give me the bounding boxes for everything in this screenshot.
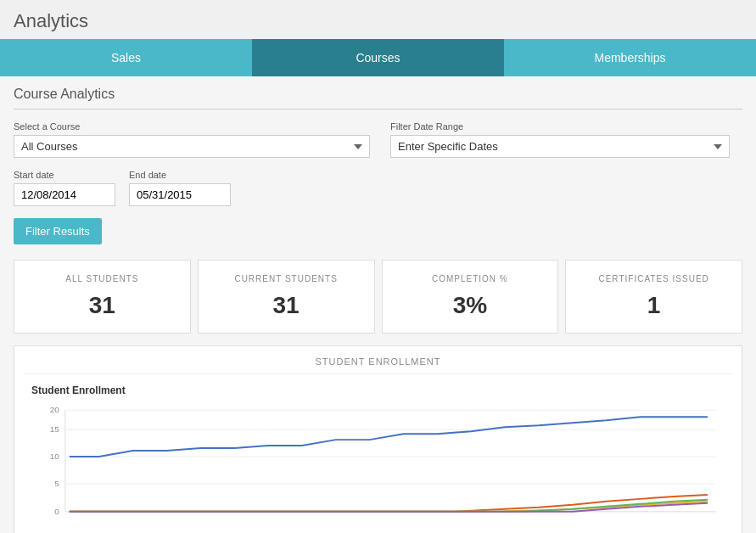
- section-title: Course Analytics: [14, 87, 742, 109]
- stat-card-certificates: CERTIFICATES ISSUED 1: [565, 260, 742, 334]
- page-wrapper: Analytics Sales Courses Memberships Cour…: [0, 0, 756, 533]
- stats-row: ALL STUDENTS 31 CURRENT STUDENTS 31 COMP…: [14, 260, 742, 334]
- course-select[interactable]: All Courses: [14, 135, 370, 158]
- filter-results-button[interactable]: Filter Results: [14, 218, 102, 244]
- chart-line-blue: [70, 417, 708, 457]
- page-title: Analytics: [0, 0, 756, 39]
- tab-memberships[interactable]: Memberships: [504, 39, 756, 76]
- current-students-value: 31: [209, 292, 364, 319]
- course-filter-group: Select a Course All Courses: [14, 121, 370, 158]
- svg-text:20: 20: [50, 405, 60, 414]
- all-students-value: 31: [25, 292, 180, 319]
- tab-sales[interactable]: Sales: [0, 39, 252, 76]
- svg-text:10: 10: [50, 452, 60, 461]
- chart-subtitle: Student Enrollment: [31, 384, 725, 396]
- all-students-label: ALL STUDENTS: [25, 274, 180, 283]
- end-date-group: End date: [129, 170, 231, 206]
- filters-row: Select a Course All Courses Filter Date …: [14, 121, 742, 158]
- date-range-select[interactable]: Enter Specific Dates: [390, 135, 730, 158]
- main-content: Course Analytics Select a Course All Cou…: [0, 76, 756, 533]
- tabs-bar: Sales Courses Memberships: [0, 39, 756, 76]
- completion-label: COMPLETION %: [393, 274, 548, 283]
- current-students-label: CURRENT STUDENTS: [209, 274, 364, 283]
- end-date-input[interactable]: [129, 183, 231, 206]
- svg-text:15: 15: [50, 424, 60, 434]
- tab-courses[interactable]: Courses: [252, 39, 504, 76]
- completion-value: 3%: [393, 292, 548, 319]
- chart-svg-wrapper: 0 5 10 15 20: [31, 401, 725, 533]
- stats-section: ALL STUDENTS 31 CURRENT STUDENTS 31 COMP…: [14, 260, 742, 334]
- stat-card-all-students: ALL STUDENTS 31: [14, 260, 191, 334]
- chart-area: Student Enrollment 0 5: [25, 384, 731, 533]
- start-date-label: Start date: [14, 170, 115, 180]
- enrollment-chart: 0 5 10 15 20: [31, 401, 725, 533]
- stat-card-current-students: CURRENT STUDENTS 31: [198, 260, 375, 334]
- certificates-value: 1: [576, 292, 731, 319]
- end-date-label: End date: [129, 170, 231, 180]
- dates-row: Start date End date: [14, 170, 742, 206]
- certificates-label: CERTIFICATES ISSUED: [576, 274, 731, 283]
- course-filter-label: Select a Course: [14, 121, 370, 132]
- stat-card-completion: COMPLETION % 3%: [382, 260, 559, 334]
- start-date-group: Start date: [14, 170, 115, 206]
- start-date-input[interactable]: [14, 183, 115, 206]
- date-range-filter-group: Filter Date Range Enter Specific Dates: [390, 121, 730, 158]
- chart-section: STUDENT ENROLLMENT Student Enrollment: [14, 345, 742, 533]
- svg-text:5: 5: [54, 479, 59, 488]
- chart-section-title: STUDENT ENROLLMENT: [25, 356, 731, 374]
- svg-text:0: 0: [54, 507, 59, 516]
- date-range-label: Filter Date Range: [390, 121, 730, 132]
